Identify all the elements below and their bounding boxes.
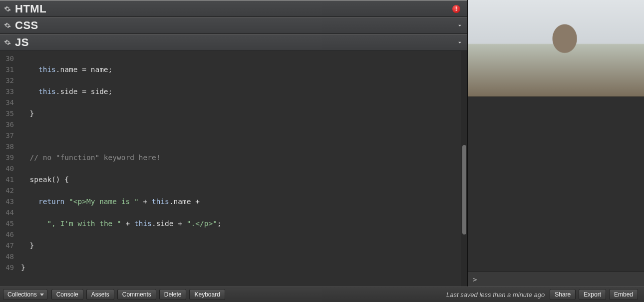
webcam-overlay [468,0,644,96]
preview-pane [468,0,644,97]
panel-header-html[interactable]: HTML ! [0,0,467,17]
scrollbar-thumb[interactable] [462,145,466,234]
chevron-down-icon[interactable] [456,22,463,29]
share-button[interactable]: Share [550,289,576,300]
panel-header-js[interactable]: JS [0,34,467,51]
panel-title-js: JS [15,36,29,49]
export-button[interactable]: Export [579,289,606,300]
editor-scrollbar[interactable] [461,51,467,286]
chevron-down-icon[interactable] [456,39,463,46]
panel-title-html: HTML [15,2,46,16]
console-prompt-icon: > [473,276,477,284]
output-console[interactable]: > [468,97,644,286]
code-area[interactable]: this.name = name; this.side = side; } //… [17,51,467,286]
line-gutter: 30 31 32 33 34 35 36 37 38 39 40 41 42 4… [0,51,17,286]
embed-button[interactable]: Embed [609,289,638,300]
panel-header-css[interactable]: CSS [0,17,467,34]
gear-icon[interactable] [4,22,11,29]
js-editor[interactable]: 30 31 32 33 34 35 36 37 38 39 40 41 42 4… [0,51,467,286]
collections-dropdown[interactable]: Collections [3,289,47,300]
error-badge-icon[interactable]: ! [452,5,460,13]
panel-title-css: CSS [15,19,38,32]
gear-icon[interactable] [4,6,11,12]
console-prompt-bar[interactable]: > [468,272,644,286]
gear-icon[interactable] [4,39,11,46]
